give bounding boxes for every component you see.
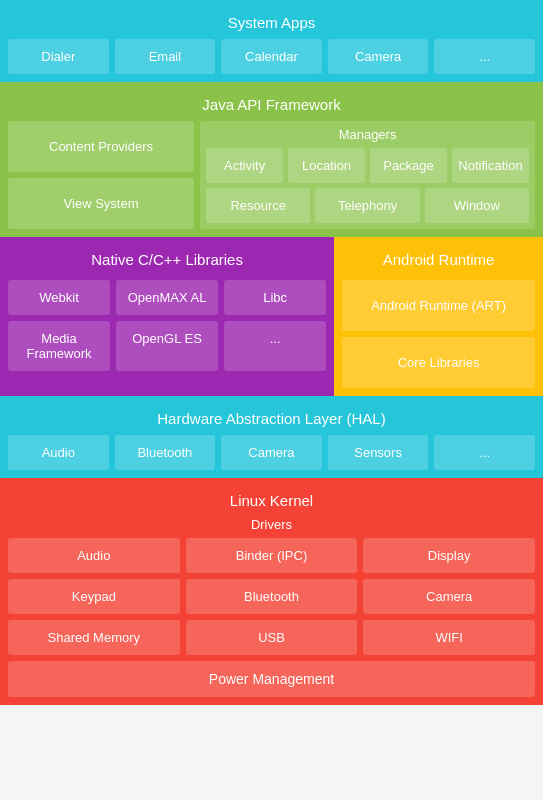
managers-row1: ActivityLocationPackageNotification	[206, 148, 529, 183]
android-runtime-cell: Core Libraries	[342, 337, 535, 388]
hal-cell: Audio	[8, 435, 109, 470]
system-app-cell: ...	[434, 39, 535, 74]
driver-cell: Binder (IPC)	[186, 538, 358, 573]
driver-cell: Camera	[363, 579, 535, 614]
native-lib-cell: Libc	[224, 280, 326, 315]
hal-cell: ...	[434, 435, 535, 470]
system-apps-title: System Apps	[8, 8, 535, 39]
power-management-cell: Power Management	[8, 661, 535, 697]
manager-cell: Window	[425, 188, 529, 223]
java-api-title: Java API Framework	[8, 90, 535, 121]
hal-cell: Bluetooth	[115, 435, 216, 470]
system-app-cell: Calendar	[221, 39, 322, 74]
manager-cell: Resource	[206, 188, 310, 223]
native-lib-cell: OpenMAX AL	[116, 280, 218, 315]
driver-cell: Audio	[8, 538, 180, 573]
manager-cell: Location	[288, 148, 365, 183]
native-lib-cell: OpenGL ES	[116, 321, 218, 371]
native-runtime-row: Native C/C++ Libraries WebkitOpenMAX ALL…	[0, 237, 543, 396]
java-api-inner: Content Providers View System Managers A…	[8, 121, 535, 229]
drivers-grid: AudioBinder (IPC)DisplayKeypadBluetoothC…	[8, 538, 535, 655]
driver-cell: Shared Memory	[8, 620, 180, 655]
hal-cell: Camera	[221, 435, 322, 470]
android-runtime-title: Android Runtime	[342, 245, 535, 276]
drivers-title: Drivers	[8, 517, 535, 532]
linux-kernel-layer: Linux Kernel Drivers AudioBinder (IPC)Di…	[0, 478, 543, 705]
manager-cell: Notification	[452, 148, 529, 183]
system-app-cell: Email	[115, 39, 216, 74]
java-api-left: Content Providers View System	[8, 121, 194, 229]
hal-grid: AudioBluetoothCameraSensors...	[8, 435, 535, 470]
system-app-cell: Dialer	[8, 39, 109, 74]
hal-cell: Sensors	[328, 435, 429, 470]
native-lib-cell: Webkit	[8, 280, 110, 315]
manager-cell: Telephony	[315, 188, 419, 223]
managers-container: Managers ActivityLocationPackageNotifica…	[200, 121, 535, 229]
linux-kernel-title: Linux Kernel	[8, 486, 535, 517]
system-apps-layer: System Apps DialerEmailCalendarCamera...	[0, 0, 543, 82]
driver-cell: Display	[363, 538, 535, 573]
view-system-cell: View System	[8, 178, 194, 229]
android-runtime-layer: Android Runtime Android Runtime (ART)Cor…	[334, 237, 543, 396]
android-runtime-cell: Android Runtime (ART)	[342, 280, 535, 331]
driver-cell: Bluetooth	[186, 579, 358, 614]
manager-cell: Activity	[206, 148, 283, 183]
managers-row2: ResourceTelephonyWindow	[206, 188, 529, 223]
android-runtime-grid: Android Runtime (ART)Core Libraries	[342, 280, 535, 388]
native-lib-cell: ...	[224, 321, 326, 371]
hal-title: Hardware Abstraction Layer (HAL)	[8, 404, 535, 435]
content-providers-cell: Content Providers	[8, 121, 194, 172]
driver-cell: USB	[186, 620, 358, 655]
native-libs-layer: Native C/C++ Libraries WebkitOpenMAX ALL…	[0, 237, 334, 396]
driver-cell: Keypad	[8, 579, 180, 614]
native-libs-title: Native C/C++ Libraries	[8, 245, 326, 276]
java-api-layer: Java API Framework Content Providers Vie…	[0, 82, 543, 237]
hal-layer: Hardware Abstraction Layer (HAL) AudioBl…	[0, 396, 543, 478]
manager-cell: Package	[370, 148, 447, 183]
system-apps-grid: DialerEmailCalendarCamera...	[8, 39, 535, 74]
native-libs-grid: WebkitOpenMAX ALLibcMedia FrameworkOpenG…	[8, 280, 326, 371]
managers-title: Managers	[206, 127, 529, 142]
driver-cell: WIFI	[363, 620, 535, 655]
native-lib-cell: Media Framework	[8, 321, 110, 371]
system-app-cell: Camera	[328, 39, 429, 74]
